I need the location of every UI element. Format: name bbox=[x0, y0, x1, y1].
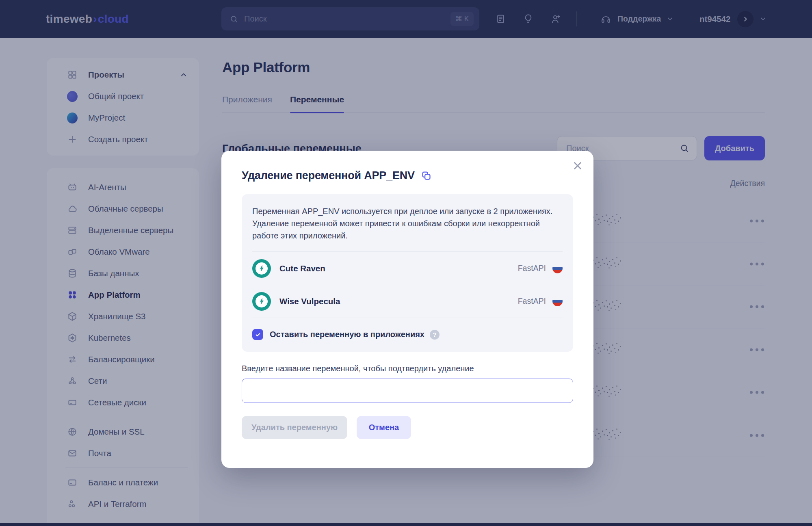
app-framework: FastAPI bbox=[518, 264, 546, 273]
delete-variable-modal: Удаление переменной APP_ENV Переменная A… bbox=[221, 151, 593, 468]
fastapi-bolt-icon bbox=[252, 292, 271, 311]
confirm-input-label: Введите название переменной, чтобы подтв… bbox=[242, 364, 573, 373]
copy-icon[interactable] bbox=[421, 170, 432, 181]
app-row: Cute Raven FastAPI bbox=[252, 252, 563, 285]
modal-header: Удаление переменной APP_ENV bbox=[242, 169, 573, 182]
warning-panel: Переменная APP_ENV используется при депл… bbox=[242, 194, 573, 352]
affected-apps-list: Cute Raven FastAPI Wise Vulpecula bbox=[252, 252, 563, 318]
warning-text: Переменная APP_ENV используется при депл… bbox=[252, 194, 563, 252]
close-icon[interactable] bbox=[572, 160, 584, 172]
russia-flag-icon bbox=[552, 296, 563, 306]
check-icon bbox=[255, 331, 261, 338]
keep-variable-label: Оставить переменную в приложениях bbox=[270, 330, 424, 339]
modal-title: Удаление переменной APP_ENV bbox=[242, 169, 415, 182]
modal-actions: Удалить переменную Отмена bbox=[242, 416, 573, 439]
confirm-variable-input[interactable] bbox=[242, 379, 573, 403]
app-framework: FastAPI bbox=[518, 297, 546, 306]
keep-variable-checkbox[interactable] bbox=[252, 329, 263, 340]
delete-variable-button[interactable]: Удалить переменную bbox=[242, 416, 347, 439]
help-icon[interactable]: ? bbox=[430, 330, 440, 340]
app-row: Wise Vulpecula FastAPI bbox=[252, 285, 563, 318]
cancel-button[interactable]: Отмена bbox=[357, 416, 411, 439]
russia-flag-icon bbox=[552, 263, 563, 273]
app-name: Wise Vulpecula bbox=[279, 297, 340, 306]
fastapi-bolt-icon bbox=[252, 259, 271, 278]
app-window: timeweb › cloud ⌘ K Поддержка bbox=[0, 0, 812, 526]
app-name: Cute Raven bbox=[279, 264, 325, 273]
keep-variable-row: Оставить переменную в приложениях ? bbox=[252, 318, 563, 352]
